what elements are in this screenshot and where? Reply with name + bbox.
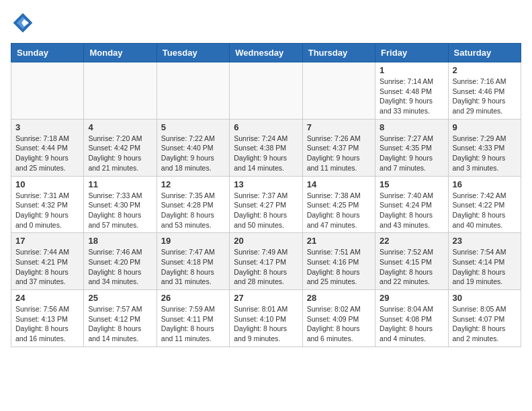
day-info: Sunrise: 7:18 AM Sunset: 4:44 PM Dayligh… [15,134,79,173]
day-info: Sunrise: 7:22 AM Sunset: 4:40 PM Dayligh… [161,134,225,173]
calendar-week-row: 24Sunrise: 7:56 AM Sunset: 4:13 PM Dayli… [11,290,521,347]
day-info: Sunrise: 7:16 AM Sunset: 4:46 PM Dayligh… [453,77,517,116]
day-info: Sunrise: 7:54 AM Sunset: 4:14 PM Dayligh… [453,247,517,287]
day-info: Sunrise: 7:38 AM Sunset: 4:25 PM Dayligh… [307,191,371,230]
day-number: 28 [307,293,371,303]
day-number: 3 [15,122,79,132]
calendar-cell: 19Sunrise: 7:47 AM Sunset: 4:18 PM Dayli… [157,233,229,290]
calendar-cell [230,62,302,120]
day-number: 26 [161,293,225,303]
calendar-week-row: 17Sunrise: 7:44 AM Sunset: 4:21 PM Dayli… [11,233,521,290]
day-number: 29 [380,293,443,303]
day-number: 16 [453,179,517,189]
calendar-cell: 17Sunrise: 7:44 AM Sunset: 4:21 PM Dayli… [11,233,84,290]
calendar-header-tuesday: Tuesday [157,44,229,62]
day-number: 27 [234,293,298,303]
day-number: 25 [88,293,152,303]
calendar-cell: 3Sunrise: 7:18 AM Sunset: 4:44 PM Daylig… [11,119,84,176]
day-info: Sunrise: 7:33 AM Sunset: 4:30 PM Dayligh… [88,191,152,230]
day-number: 6 [234,122,298,132]
calendar-header-thursday: Thursday [302,44,375,62]
day-info: Sunrise: 8:05 AM Sunset: 4:07 PM Dayligh… [453,304,517,344]
day-info: Sunrise: 7:27 AM Sunset: 4:35 PM Dayligh… [380,134,443,173]
calendar-cell: 24Sunrise: 7:56 AM Sunset: 4:13 PM Dayli… [11,290,84,347]
day-number: 9 [453,122,517,132]
calendar-header-saturday: Saturday [448,44,521,62]
day-info: Sunrise: 8:01 AM Sunset: 4:10 PM Dayligh… [234,304,298,344]
calendar-cell: 13Sunrise: 7:37 AM Sunset: 4:27 PM Dayli… [230,176,302,233]
calendar-header-friday: Friday [375,44,448,62]
day-info: Sunrise: 7:57 AM Sunset: 4:12 PM Dayligh… [88,304,152,344]
day-info: Sunrise: 7:24 AM Sunset: 4:38 PM Dayligh… [234,134,298,173]
calendar-cell: 4Sunrise: 7:20 AM Sunset: 4:42 PM Daylig… [84,119,157,176]
day-info: Sunrise: 7:59 AM Sunset: 4:11 PM Dayligh… [161,304,225,344]
day-number: 24 [15,293,79,303]
calendar-cell [302,62,375,120]
calendar-cell: 7Sunrise: 7:26 AM Sunset: 4:37 PM Daylig… [302,119,375,176]
calendar-cell: 22Sunrise: 7:52 AM Sunset: 4:15 PM Dayli… [375,233,448,290]
day-number: 2 [453,65,517,75]
day-info: Sunrise: 7:40 AM Sunset: 4:24 PM Dayligh… [380,191,443,230]
calendar-week-row: 3Sunrise: 7:18 AM Sunset: 4:44 PM Daylig… [11,119,521,176]
day-number: 7 [307,122,371,132]
calendar-cell [84,62,157,120]
calendar-cell: 10Sunrise: 7:31 AM Sunset: 4:32 PM Dayli… [11,176,84,233]
calendar-cell: 6Sunrise: 7:24 AM Sunset: 4:38 PM Daylig… [230,119,302,176]
calendar-cell: 11Sunrise: 7:33 AM Sunset: 4:30 PM Dayli… [84,176,157,233]
calendar-cell: 29Sunrise: 8:04 AM Sunset: 4:08 PM Dayli… [375,290,448,347]
calendar-cell: 20Sunrise: 7:49 AM Sunset: 4:17 PM Dayli… [230,233,302,290]
calendar-cell: 18Sunrise: 7:46 AM Sunset: 4:20 PM Dayli… [84,233,157,290]
calendar-table: SundayMondayTuesdayWednesdayThursdayFrid… [11,43,521,347]
calendar-cell: 1Sunrise: 7:14 AM Sunset: 4:48 PM Daylig… [375,62,448,120]
day-number: 18 [88,236,152,246]
day-number: 13 [234,179,298,189]
calendar-cell: 14Sunrise: 7:38 AM Sunset: 4:25 PM Dayli… [302,176,375,233]
calendar-cell: 12Sunrise: 7:35 AM Sunset: 4:28 PM Dayli… [157,176,229,233]
calendar-cell: 28Sunrise: 8:02 AM Sunset: 4:09 PM Dayli… [302,290,375,347]
calendar-cell: 8Sunrise: 7:27 AM Sunset: 4:35 PM Daylig… [375,119,448,176]
calendar-cell: 27Sunrise: 8:01 AM Sunset: 4:10 PM Dayli… [230,290,302,347]
day-number: 10 [15,179,79,189]
calendar-header-sunday: Sunday [11,44,84,62]
calendar-cell: 9Sunrise: 7:29 AM Sunset: 4:33 PM Daylig… [448,119,521,176]
day-number: 14 [307,179,371,189]
day-number: 30 [453,293,517,303]
calendar-cell: 2Sunrise: 7:16 AM Sunset: 4:46 PM Daylig… [448,62,521,120]
day-number: 5 [161,122,225,132]
day-info: Sunrise: 7:52 AM Sunset: 4:15 PM Dayligh… [380,247,443,287]
day-number: 8 [380,122,443,132]
day-number: 20 [234,236,298,246]
day-info: Sunrise: 7:49 AM Sunset: 4:17 PM Dayligh… [234,247,298,287]
calendar-header-wednesday: Wednesday [230,44,302,62]
logo-icon [11,11,35,35]
calendar-cell [157,62,229,120]
calendar-week-row: 1Sunrise: 7:14 AM Sunset: 4:48 PM Daylig… [11,62,521,120]
day-number: 11 [88,179,152,189]
day-number: 12 [161,179,225,189]
calendar-week-row: 10Sunrise: 7:31 AM Sunset: 4:32 PM Dayli… [11,176,521,233]
day-info: Sunrise: 7:35 AM Sunset: 4:28 PM Dayligh… [161,191,225,230]
calendar-cell [11,62,84,120]
day-info: Sunrise: 7:20 AM Sunset: 4:42 PM Dayligh… [88,134,152,173]
calendar-cell: 25Sunrise: 7:57 AM Sunset: 4:12 PM Dayli… [84,290,157,347]
day-info: Sunrise: 7:51 AM Sunset: 4:16 PM Dayligh… [307,247,371,287]
day-info: Sunrise: 7:47 AM Sunset: 4:18 PM Dayligh… [161,247,225,287]
calendar-cell: 23Sunrise: 7:54 AM Sunset: 4:14 PM Dayli… [448,233,521,290]
day-info: Sunrise: 7:42 AM Sunset: 4:22 PM Dayligh… [453,191,517,230]
day-number: 1 [380,65,443,75]
day-info: Sunrise: 7:26 AM Sunset: 4:37 PM Dayligh… [307,134,371,173]
day-info: Sunrise: 7:31 AM Sunset: 4:32 PM Dayligh… [15,191,79,230]
day-info: Sunrise: 7:37 AM Sunset: 4:27 PM Dayligh… [234,191,298,230]
calendar-cell: 26Sunrise: 7:59 AM Sunset: 4:11 PM Dayli… [157,290,229,347]
day-info: Sunrise: 8:04 AM Sunset: 4:08 PM Dayligh… [380,304,443,344]
day-info: Sunrise: 7:29 AM Sunset: 4:33 PM Dayligh… [453,134,517,173]
day-number: 17 [15,236,79,246]
calendar-cell: 5Sunrise: 7:22 AM Sunset: 4:40 PM Daylig… [157,119,229,176]
day-number: 22 [380,236,443,246]
calendar-header-monday: Monday [84,44,157,62]
day-number: 4 [88,122,152,132]
page-header [11,11,521,35]
day-info: Sunrise: 7:56 AM Sunset: 4:13 PM Dayligh… [15,304,79,344]
day-number: 21 [307,236,371,246]
calendar-cell: 30Sunrise: 8:05 AM Sunset: 4:07 PM Dayli… [448,290,521,347]
